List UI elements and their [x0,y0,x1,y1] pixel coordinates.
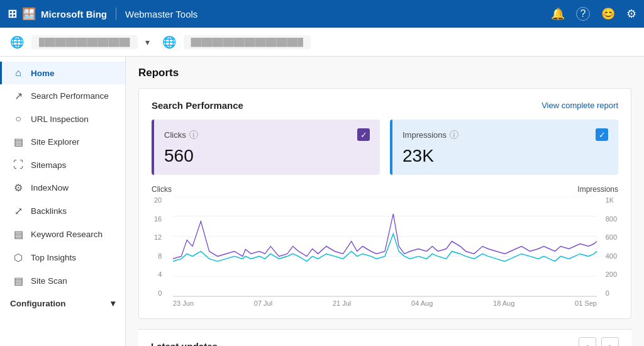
dropdown-arrow-icon[interactable]: ▾ [145,37,150,47]
sidebar-label-indexnow: IndexNow [31,183,69,193]
clicks-stat-box: Clicks i ✓ 560 [152,120,380,175]
chart-y-right-label: Impressions [577,185,618,194]
search-performance-card: Search Performance View complete report … [138,88,631,319]
impressions-line [173,234,597,262]
latest-updates-section: Latest updates ‹ › [138,329,631,346]
impressions-label: Impressions i [402,130,458,140]
chart-svg [173,196,597,296]
sidebar-label-sitemaps: Sitemaps [31,160,66,170]
top-nav-right: 🔔 ? 😊 ⚙ [551,7,636,21]
page-url-display: █████████████████████ [184,35,311,49]
sitemaps-icon: ⛶ [12,159,25,170]
clicks-value: 560 [164,146,370,166]
logo-text: Microsoft Bing [41,9,107,20]
impressions-info-icon[interactable]: i [450,130,458,139]
sidebar-item-url-inspection[interactable]: ○ URL Inspection [0,108,125,130]
sidebar-label-home: Home [31,69,55,78]
sidebar-item-home[interactable]: ⌂ Home [0,62,125,84]
clicks-checkbox[interactable]: ✓ [357,128,370,141]
latest-updates-title: Latest updates [151,341,218,347]
top-nav-logo[interactable]: ⊞ 🪟 Microsoft Bing [8,7,107,21]
chart-labels-top: Clicks Impressions [152,185,618,194]
view-complete-report-link[interactable]: View complete report [541,101,618,110]
x-label-5: 18 Aug [493,299,514,307]
x-label-3: 21 Jul [333,299,351,307]
chart-y-axis-right: 1K 800 600 400 200 0 [606,196,617,297]
impressions-value: 23K [402,146,608,166]
reports-title: Reports [138,67,631,79]
impressions-box-top: Impressions i ✓ [402,128,608,141]
stat-boxes: Clicks i ✓ 560 Impressions i ✓ [152,120,618,175]
site-scan-icon: ▤ [12,275,25,287]
x-label-2: 07 Jul [254,299,272,307]
sidebar-item-site-explorer[interactable]: ▤ Site Explorer [0,130,125,153]
apps-icon[interactable]: ⊞ [8,7,17,21]
impressions-checkbox[interactable]: ✓ [596,128,608,141]
indexnow-icon: ⚙ [12,182,25,194]
nav-title: Webmaster Tools [125,9,197,20]
chart-area [173,196,597,297]
configuration-label: Configuration [10,299,65,308]
prev-arrow-button[interactable]: ‹ [579,337,596,346]
insights-icon: ⬡ [12,252,25,264]
x-label-1: 23 Jun [173,299,194,307]
clicks-label: Clicks i [164,130,198,140]
sidebar-label-site-scan: Site Scan [31,276,67,286]
globe-icon-subnav: 🌐 [10,35,24,49]
x-label-6: 01 Sep [575,299,597,307]
nav-divider [116,8,116,20]
sidebar-item-keyword-research[interactable]: ▤ Keyword Research [0,223,125,246]
sub-nav: 🌐 █████████████████ ▾ 🌐 ████████████████… [0,28,644,57]
home-icon: ⌂ [12,67,25,79]
impressions-stat-box: Impressions i ✓ 23K [390,120,618,175]
card-header: Search Performance View complete report [152,100,618,111]
nav-arrows: ‹ › [579,337,619,346]
sidebar-item-backlinks[interactable]: ⤢ Backlinks [0,199,125,223]
sidebar-section-configuration[interactable]: Configuration ▾ [0,293,125,314]
site-explorer-icon: ▤ [12,136,25,148]
sidebar-label-backlinks: Backlinks [31,206,67,216]
sidebar-item-site-scan[interactable]: ▤ Site Scan [0,269,125,293]
help-icon[interactable]: ? [576,7,590,21]
sidebar-item-search-performance[interactable]: ↗ Search Performance [0,84,125,108]
sidebar: ⌂ Home ↗ Search Performance ○ URL Inspec… [0,57,126,346]
user-icon[interactable]: 😊 [601,7,615,21]
backlinks-icon: ⤢ [12,205,25,217]
next-arrow-button[interactable]: › [601,337,619,346]
card-title: Search Performance [152,100,243,111]
clicks-box-top: Clicks i ✓ [164,128,370,141]
bell-icon[interactable]: 🔔 [551,7,565,21]
chart-y-left-label: Clicks [152,185,172,194]
sidebar-item-top-insights[interactable]: ⬡ Top Insights [0,246,125,269]
keyword-research-icon: ▤ [12,228,25,240]
sidebar-label-top-insights: Top Insights [31,253,76,262]
sidebar-item-sitemaps[interactable]: ⛶ Sitemaps [0,153,125,176]
site-url-display: █████████████████ [31,35,138,49]
settings-icon[interactable]: ⚙ [626,7,636,21]
top-nav: ⊞ 🪟 Microsoft Bing Webmaster Tools 🔔 ? 😊… [0,0,644,28]
sidebar-label-url-inspection: URL Inspection [31,114,89,124]
chart-wrapper: 20 16 12 8 4 0 [173,196,597,297]
url-inspection-icon: ○ [12,113,25,125]
chart-container: Clicks Impressions 20 16 12 8 4 0 [152,185,618,307]
main-layout: ⌂ Home ↗ Search Performance ○ URL Inspec… [0,57,644,346]
clicks-info-icon[interactable]: i [189,130,198,139]
x-label-4: 04 Aug [411,299,433,307]
chart-x-labels: 23 Jun 07 Jul 21 Jul 04 Aug 18 Aug 01 Se… [173,297,597,307]
search-perf-icon: ↗ [12,90,25,102]
sidebar-label-search-performance: Search Performance [31,91,109,101]
main-content: Reports Search Performance View complete… [126,57,644,346]
sidebar-label-site-explorer: Site Explorer [31,137,79,147]
chart-y-axis-left: 20 16 12 8 4 0 [154,196,162,297]
globe-icon-2: 🌐 [162,35,176,49]
configuration-chevron-icon: ▾ [111,298,115,308]
sidebar-label-keyword-research: Keyword Research [31,230,103,239]
sidebar-item-indexnow[interactable]: ⚙ IndexNow [0,176,125,199]
